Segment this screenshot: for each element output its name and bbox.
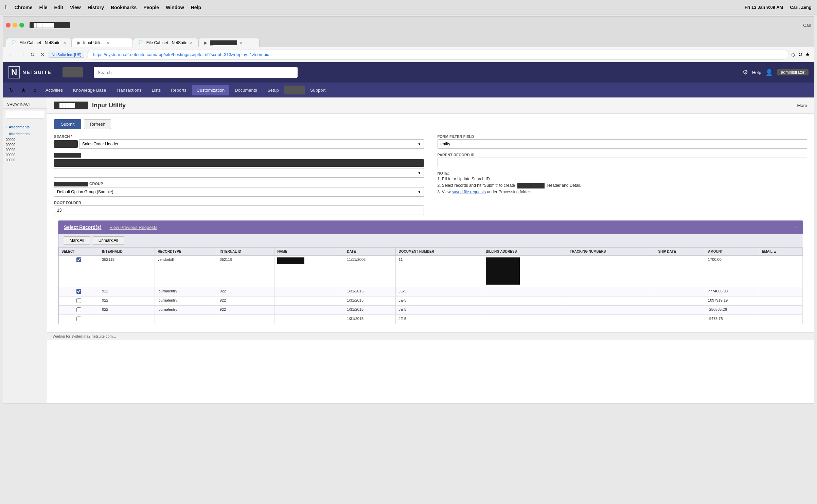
table-collapse-icon[interactable]: ≡ [794, 224, 797, 230]
nav-lists[interactable]: Lists [147, 85, 165, 95]
cell-amount-5: -9478.75 [705, 315, 759, 324]
form-filter-label: FORM FILTER FIELD [438, 134, 807, 139]
root-folder-input[interactable] [54, 205, 424, 215]
page-header: █████ Input Utility More [47, 97, 814, 114]
star-icon[interactable]: ★ [805, 51, 810, 58]
sidebar-search-field[interactable] [6, 111, 44, 119]
minimize-button[interactable] [13, 23, 17, 28]
cell-select-1 [59, 256, 99, 287]
nav-setup[interactable]: Setup [263, 85, 284, 95]
refresh-button[interactable]: Refresh [84, 119, 111, 129]
note-redacted [517, 183, 545, 188]
cell-docnum-3: JE-5 [396, 296, 483, 306]
nav-reports[interactable]: Reports [166, 85, 191, 95]
tab-close-1[interactable]: ✕ [63, 41, 66, 45]
ns-nav-home[interactable]: ⌂ [30, 84, 40, 96]
stop-button[interactable]: ✕ [39, 50, 46, 59]
menu-edit[interactable]: Edit [54, 5, 63, 10]
menu-chrome[interactable]: Chrome [15, 5, 33, 10]
sidebar-show-inactive[interactable]: SHOW INACT [3, 100, 47, 109]
table-wrapper: SELECT INTERNALID RECORDTYPE INTERNAL ID… [58, 247, 803, 324]
row-checkbox-3[interactable] [76, 298, 81, 303]
menu-people[interactable]: People [143, 5, 159, 10]
group-select[interactable]: Default Option Group (Sample) [54, 187, 424, 197]
nav-customization[interactable]: Customization [192, 85, 229, 95]
cell-internalid-2: 922 [99, 287, 155, 296]
unmark-all-button[interactable]: Unmark All [93, 236, 124, 245]
saved-file-requests-link[interactable]: saved file requests [452, 190, 486, 194]
sidebar-attachments: + Attachments + Attachments 00000 00000 … [3, 124, 47, 163]
note-line-1: 1. Fill in or Update Search ID. [438, 176, 807, 182]
chrome-window: ███████ Carl 📄 File Cabinet - NetSuite ✕… [3, 16, 814, 403]
tab-icon-2: ▶ [77, 40, 81, 45]
ns-help-label[interactable]: Help [752, 70, 761, 75]
row-checkbox-1[interactable] [76, 257, 81, 262]
row-checkbox-4[interactable] [76, 307, 81, 312]
ssl-indicator: NetSuite Inc. [US] [49, 52, 84, 58]
back-button[interactable]: ← [7, 50, 15, 59]
cell-shipdate-4 [655, 306, 705, 315]
cell-docnum-1: 11 [396, 256, 483, 287]
field2-badge [54, 159, 424, 167]
nav-support[interactable]: Support [305, 85, 331, 95]
ns-preferences-icon[interactable]: ⚙ [743, 69, 748, 76]
page-more-button[interactable]: More [797, 103, 807, 108]
records-table: SELECT INTERNALID RECORDTYPE INTERNAL ID… [58, 247, 803, 324]
status-text: Waiting for system.na2.netsuite.com... [53, 334, 116, 338]
table-title[interactable]: Select Record(s) [64, 224, 101, 230]
nav-documents[interactable]: Documents [230, 85, 262, 95]
cell-shipdate-5 [655, 315, 705, 324]
form-filter-input[interactable] [438, 139, 807, 149]
menu-file[interactable]: File [39, 5, 47, 10]
search-select[interactable]: Sales Order Header [79, 139, 424, 149]
tab-close-4[interactable]: ✕ [240, 41, 243, 45]
chrome-addressbar: ← → ↻ ✕ NetSuite Inc. [US] ◇ ↻ ★ [3, 47, 814, 62]
sidebar-folder-2[interactable]: + Attachments [3, 130, 47, 137]
chrome-tabs: 📄 File Cabinet - NetSuite ✕ ▶ Input Util… [3, 34, 814, 47]
parent-record-input[interactable] [438, 158, 807, 167]
ns-body: SHOW INACT + Attachments + Attachments 0… [3, 97, 814, 403]
nav-transactions[interactable]: Transactions [112, 85, 146, 95]
cell-internalid-3: 922 [99, 296, 155, 306]
reload-button[interactable]: ↻ [29, 50, 36, 59]
tab-1[interactable]: 📄 File Cabinet - NetSuite ✕ [6, 38, 72, 47]
submit-button[interactable]: Submit [54, 119, 81, 129]
cell-billing-4 [483, 306, 567, 315]
menu-view[interactable]: View [70, 5, 81, 10]
apple-icon[interactable]:  [5, 4, 8, 11]
maximize-button[interactable] [19, 23, 24, 28]
tab-close-2[interactable]: ✕ [106, 41, 109, 45]
nav-knowledge-base[interactable]: Knowledge Base [68, 85, 111, 95]
sidebar-folder-1[interactable]: + Attachments [3, 124, 47, 130]
field2-select[interactable] [54, 168, 424, 178]
name-redacted-1 [277, 257, 304, 264]
extensions-icon[interactable]: ◇ [791, 51, 795, 58]
row-checkbox-2[interactable] [76, 289, 81, 294]
refresh-icon[interactable]: ↻ [798, 51, 802, 58]
tab-3[interactable]: 📄 File Cabinet - NetSuite ✕ [133, 38, 199, 47]
ns-nav-history[interactable]: ↻ [6, 84, 17, 96]
ns-nav-star[interactable]: ★ [18, 84, 29, 96]
menu-help[interactable]: Help [191, 5, 201, 10]
menu-history[interactable]: History [88, 5, 104, 10]
tab-4[interactable]: ▶ █ ✕ [198, 38, 260, 47]
ns-search-input[interactable] [94, 67, 298, 78]
ns-logo-text: NETSUITE [22, 70, 51, 75]
ns-user-icon[interactable]: 👤 [765, 69, 773, 76]
row-checkbox-5[interactable] [76, 317, 81, 321]
note-line-3: 3. View saved file requests under Proces… [438, 189, 807, 195]
close-button[interactable] [6, 23, 11, 28]
forward-button[interactable]: → [18, 50, 26, 59]
menu-window[interactable]: Window [166, 5, 184, 10]
nav-blank[interactable] [284, 86, 305, 94]
tab-close-3[interactable]: ✕ [190, 41, 193, 45]
cell-shipdate-2 [655, 287, 705, 296]
mark-all-button[interactable]: Mark All [64, 236, 90, 245]
nav-activities[interactable]: Activities [41, 85, 68, 95]
tab-label-1: File Cabinet - NetSuite [19, 40, 60, 45]
address-bar[interactable] [87, 50, 788, 60]
tab-2[interactable]: ▶ Input Utili... ✕ [72, 38, 133, 47]
menu-bookmarks[interactable]: Bookmarks [111, 5, 137, 10]
field2-label [54, 153, 81, 158]
view-previous-requests-link[interactable]: View Previous Requests [109, 225, 157, 230]
